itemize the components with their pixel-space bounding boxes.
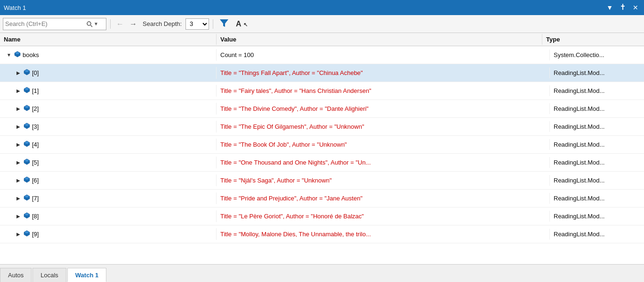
cell-name: ▶ [7]: [0, 192, 217, 204]
tab-watch1[interactable]: Watch 1: [67, 268, 106, 282]
expand-button[interactable]: ▼: [6, 52, 12, 58]
cell-value: Title = "One Thousand and One Nights", A…: [217, 157, 550, 168]
cube-icon: [24, 105, 30, 113]
cell-value: Title = "The Book Of Job", Author = "Unk…: [217, 139, 550, 150]
table-row[interactable]: ▶ [2]Title = "The Divine Comedy", Author…: [0, 100, 644, 118]
title-bar-controls: ▼ ✕: [604, 3, 640, 12]
cube-icon: [24, 123, 30, 131]
cell-name: ▼ books: [0, 49, 217, 61]
title-bar: Watch 1 ▼ ✕: [0, 0, 644, 15]
cell-name: ▶ [8]: [0, 210, 217, 222]
name-text: [6]: [32, 177, 39, 184]
name-text: books: [23, 51, 39, 58]
table-row[interactable]: ▶ [4]Title = "The Book Of Job", Author =…: [0, 136, 644, 154]
cell-name: ▶ [0]: [0, 67, 217, 79]
table-row[interactable]: ▶ [6]Title = "Njál's Saga", Author = "Un…: [0, 172, 644, 190]
name-text: [5]: [32, 159, 39, 166]
expand-button[interactable]: ▶: [15, 160, 22, 165]
cell-value: Title = "The Divine Comedy", Author = "D…: [217, 103, 550, 114]
cell-name: ▶ [2]: [0, 103, 217, 115]
expand-button[interactable]: ▶: [15, 124, 22, 129]
filter-button[interactable]: [217, 18, 231, 30]
cell-value: Title = "Molloy, Malone Dies, The Unnama…: [217, 229, 550, 240]
table-row[interactable]: ▶ [1]Title = "Fairy tales", Author = "Ha…: [0, 82, 644, 100]
cell-type: ReadingList.Mod...: [550, 139, 644, 150]
search-depth-select[interactable]: 3 1 2 4 5: [185, 18, 209, 30]
forward-button[interactable]: →: [128, 19, 139, 29]
cell-value: Title = "The Epic Of Gilgamesh", Author …: [217, 121, 550, 132]
cube-icon: [24, 158, 30, 166]
cube-icon: [24, 194, 30, 202]
expand-button[interactable]: ▶: [15, 196, 22, 201]
cell-value: Title = "Pride and Prejudice", Author = …: [217, 193, 550, 204]
search-icon: [86, 21, 93, 27]
title-bar-title: Watch 1: [4, 4, 604, 11]
table-header: Name Value Type: [0, 33, 644, 46]
cube-icon: [14, 51, 21, 59]
name-text: [2]: [32, 105, 39, 112]
cell-value: Title = "Fairy tales", Author = "Hans Ch…: [217, 85, 550, 96]
table-body[interactable]: ▼ booksCount = 100System.Collectio...▶ […: [0, 46, 644, 264]
expand-button[interactable]: ▶: [15, 70, 22, 75]
col-header-value: Value: [217, 34, 542, 45]
dropdown-button[interactable]: ▼: [604, 3, 615, 12]
svg-point-3: [87, 22, 91, 25]
expand-button[interactable]: ▶: [15, 88, 22, 93]
pin-button[interactable]: [618, 3, 628, 12]
close-button[interactable]: ✕: [631, 3, 640, 12]
name-text: [0]: [32, 69, 39, 76]
tab-locals[interactable]: Locals: [32, 268, 66, 282]
cell-name: ▶ [4]: [0, 139, 217, 150]
cell-type: ReadingList.Mod...: [550, 175, 644, 186]
cube-icon: [24, 87, 30, 95]
name-text: [8]: [32, 213, 39, 220]
font-button[interactable]: A ↖: [233, 19, 250, 29]
table-row[interactable]: ▶ [0]Title = "Things Fall Apart", Author…: [0, 64, 644, 82]
cube-icon: [24, 230, 30, 238]
cube-icon: [24, 212, 30, 220]
table-container: Name Value Type ▼ booksCount = 100System…: [0, 33, 644, 264]
bottom-tabs: Autos Locals Watch 1: [0, 264, 644, 282]
name-text: [4]: [32, 141, 39, 148]
expand-button[interactable]: ▶: [15, 232, 22, 237]
table-row[interactable]: ▶ [9]Title = "Molloy, Malone Dies, The U…: [0, 225, 644, 243]
search-input[interactable]: [5, 20, 85, 27]
cell-type: ReadingList.Mod...: [550, 157, 644, 168]
toolbar-separator-2: [213, 19, 213, 29]
name-text: [9]: [32, 231, 39, 238]
expand-button[interactable]: ▶: [15, 214, 22, 219]
table-row[interactable]: ▶ [8]Title = "Le Père Goriot", Author = …: [0, 207, 644, 225]
tab-autos[interactable]: Autos: [0, 268, 32, 282]
font-icon: A: [236, 20, 242, 28]
cell-type: ReadingList.Mod...: [550, 85, 644, 96]
cell-name: ▶ [3]: [0, 121, 217, 133]
expand-button[interactable]: ▶: [15, 178, 22, 183]
cell-type: ReadingList.Mod...: [550, 121, 644, 132]
cell-name: ▶ [6]: [0, 174, 217, 186]
cube-icon: [24, 69, 30, 77]
expand-button[interactable]: ▶: [15, 106, 22, 111]
cell-name: ▶ [9]: [0, 228, 217, 240]
toolbar-separator-1: [110, 19, 111, 29]
cell-type: ReadingList.Mod...: [550, 103, 644, 114]
cell-type: ReadingList.Mod...: [550, 211, 644, 222]
search-icon-button[interactable]: ▼: [85, 21, 99, 27]
cell-value: Title = "Le Père Goriot", Author = "Hono…: [217, 211, 550, 222]
cell-name: ▶ [1]: [0, 85, 217, 97]
search-box[interactable]: ▼: [3, 18, 106, 30]
table-row[interactable]: ▼ booksCount = 100System.Collectio...: [0, 46, 644, 64]
cell-type: ReadingList.Mod...: [550, 229, 644, 240]
toolbar: ▼ ← → Search Depth: 3 1 2 4 5 A ↖: [0, 15, 644, 33]
back-button[interactable]: ←: [114, 19, 126, 29]
cell-value: Title = "Things Fall Apart", Author = "C…: [217, 67, 550, 78]
cell-name: ▶ [5]: [0, 157, 217, 168]
search-depth-label: Search Depth:: [143, 20, 182, 27]
table-row[interactable]: ▶ [5]Title = "One Thousand and One Night…: [0, 154, 644, 172]
table-row[interactable]: ▶ [7]Title = "Pride and Prejudice", Auth…: [0, 190, 644, 207]
svg-marker-5: [220, 19, 228, 27]
col-header-type: Type: [542, 34, 636, 45]
expand-button[interactable]: ▶: [15, 142, 22, 147]
cell-type: ReadingList.Mod...: [550, 193, 644, 204]
table-row[interactable]: ▶ [3]Title = "The Epic Of Gilgamesh", Au…: [0, 118, 644, 136]
cell-value: Count = 100: [217, 50, 550, 60]
